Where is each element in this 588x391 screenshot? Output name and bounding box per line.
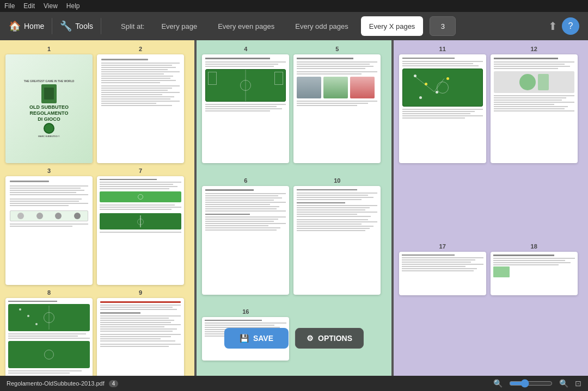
- tab-every-odd[interactable]: Every odd pages: [287, 16, 357, 36]
- page-thumb-2[interactable]: 2: [97, 46, 184, 163]
- toolbar-divider: [52, 18, 52, 34]
- section-yellow: 1 THE GREATEST GAME IN THE WORLD OLD SUB…: [0, 40, 194, 376]
- page-card-6[interactable]: [202, 186, 289, 295]
- page-card-17[interactable]: [399, 252, 486, 295]
- section-green: 4: [197, 40, 391, 376]
- home-icon: 🏠: [9, 20, 21, 32]
- page-card-11[interactable]: [399, 54, 486, 163]
- page-num-18: 18: [531, 243, 537, 250]
- page-num-10: 10: [334, 177, 340, 184]
- main-content: 1 THE GREATEST GAME IN THE WORLD OLD SUB…: [0, 40, 588, 376]
- menu-edit[interactable]: Edit: [23, 2, 35, 10]
- section-purple: 11: [394, 40, 588, 376]
- page-card-12[interactable]: [491, 54, 578, 163]
- page-card-5[interactable]: [293, 54, 381, 163]
- page-thumb-17[interactable]: 17: [399, 243, 486, 371]
- page-thumb-9[interactable]: 9: [97, 289, 184, 376]
- zoom-slider[interactable]: [509, 379, 553, 388]
- page-num-1: 1: [47, 46, 51, 52]
- page-num-16: 16: [242, 308, 249, 315]
- page-thumb-1[interactable]: 1 THE GREATEST GAME IN THE WORLD OLD SUB…: [5, 46, 93, 163]
- options-icon: ⚙: [307, 334, 314, 343]
- menu-view[interactable]: View: [44, 2, 58, 10]
- action-buttons: 💾 SAVE ⚙ OPTIONS: [224, 328, 364, 349]
- page-thumb-3[interactable]: 3: [5, 167, 93, 285]
- zoom-out-icon[interactable]: 🔍: [493, 379, 503, 388]
- page-thumb-8[interactable]: 8: [5, 289, 93, 376]
- page-card-2[interactable]: [97, 54, 184, 163]
- page-thumb-12[interactable]: 12: [491, 46, 578, 239]
- menu-help[interactable]: Help: [66, 2, 80, 10]
- save-button[interactable]: 💾 SAVE: [224, 328, 289, 349]
- section-divider-1[interactable]: [194, 40, 197, 376]
- home-button[interactable]: Home: [24, 22, 44, 30]
- page-grid-yellow: 1 THE GREATEST GAME IN THE WORLD OLD SUB…: [0, 40, 194, 376]
- page-num-6: 6: [244, 177, 247, 184]
- page-card-4[interactable]: [202, 54, 289, 163]
- page-num-3: 3: [47, 167, 51, 174]
- x-value-input[interactable]: [430, 16, 456, 36]
- page-num-17: 17: [439, 243, 446, 250]
- toolbar-actions: ⬆ ?: [548, 17, 579, 35]
- split-label: Split at:: [121, 22, 144, 30]
- page-num-8: 8: [47, 289, 51, 296]
- help-button[interactable]: ?: [562, 17, 579, 35]
- tab-every-even[interactable]: Every even pages: [210, 16, 283, 36]
- page-card-9[interactable]: [97, 298, 184, 376]
- tools-icon: 🔧: [60, 20, 72, 32]
- zoom-in-icon[interactable]: 🔍: [559, 379, 568, 388]
- menu-file[interactable]: File: [4, 2, 15, 10]
- page-thumb-6[interactable]: 6: [202, 177, 289, 305]
- tab-every-x[interactable]: Every X pages: [361, 16, 424, 36]
- page-num-4: 4: [244, 46, 247, 52]
- page-card-8[interactable]: [5, 298, 93, 376]
- statusbar-right: 🔍 🔍 ⊡: [493, 379, 581, 388]
- page-thumb-5[interactable]: 5: [293, 46, 381, 173]
- options-button[interactable]: ⚙ OPTIONS: [295, 328, 364, 349]
- section-divider-2[interactable]: [391, 40, 394, 376]
- page-num-7: 7: [139, 167, 142, 174]
- save-icon: 💾: [240, 334, 249, 343]
- page-thumb-10[interactable]: 10: [293, 177, 381, 305]
- page-num-12: 12: [531, 46, 537, 52]
- page-thumb-11[interactable]: 11: [399, 46, 486, 239]
- svg-line-0: [414, 76, 424, 84]
- page-num-5: 5: [335, 46, 339, 52]
- fit-icon[interactable]: ⊡: [575, 379, 581, 388]
- page-num-9: 9: [139, 289, 142, 296]
- toolbar: 🏠 Home 🔧 Tools Split at: Every page Ever…: [0, 12, 588, 40]
- cover-content: THE GREATEST GAME IN THE WORLD OLD SUBBU…: [22, 77, 77, 140]
- page-card-18[interactable]: [491, 252, 578, 295]
- menubar: File Edit View Help: [0, 0, 588, 12]
- page-grid-purple: 11: [394, 40, 588, 376]
- page-grid-green: 4: [197, 40, 391, 376]
- page-thumb-4[interactable]: 4: [202, 46, 289, 173]
- tools-button[interactable]: Tools: [75, 22, 93, 30]
- page-num-11: 11: [439, 46, 446, 52]
- statusbar: Regolamento-OldSubbuteo-2013.pdf 4 🔍 🔍 ⊡: [0, 376, 588, 391]
- options-label: OPTIONS: [318, 334, 352, 343]
- page-thumb-18[interactable]: 18: [491, 243, 578, 371]
- toolbar-divider2: [101, 18, 101, 34]
- page-card-10[interactable]: [293, 186, 381, 295]
- page-card-3[interactable]: [5, 176, 93, 285]
- page-num-2: 2: [139, 46, 142, 52]
- page-card-1[interactable]: THE GREATEST GAME IN THE WORLD OLD SUBBU…: [5, 54, 93, 163]
- page-card-7[interactable]: [97, 176, 184, 285]
- statusbar-page-count: 4: [109, 380, 119, 387]
- tab-every-page[interactable]: Every page: [153, 16, 205, 36]
- statusbar-filename: Regolamento-OldSubbuteo-2013.pdf: [7, 380, 105, 387]
- svg-line-2: [434, 78, 444, 91]
- toolbar-nav: 🏠 Home 🔧 Tools: [9, 18, 106, 34]
- page-thumb-7[interactable]: 7: [97, 167, 184, 285]
- svg-line-1: [424, 84, 434, 92]
- save-label: SAVE: [253, 334, 273, 343]
- export-button[interactable]: ⬆: [548, 20, 558, 33]
